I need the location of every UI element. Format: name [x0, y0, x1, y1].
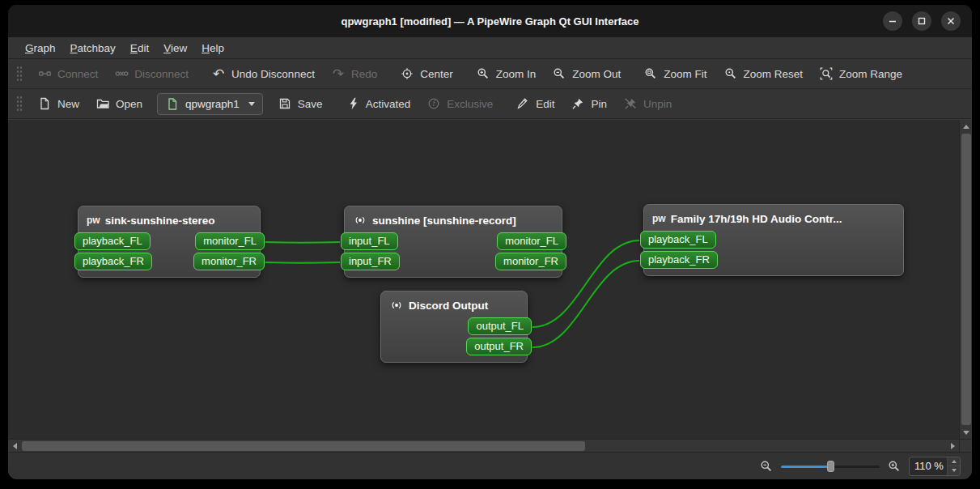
menu-bar: Graph Patchbay Edit View Help	[8, 37, 972, 59]
port-row: output_FR	[381, 338, 527, 355]
open-label: Open	[116, 98, 142, 110]
new-label: New	[57, 98, 79, 110]
zoom-out-label: Zoom Out	[572, 68, 621, 80]
vertical-scrollbar[interactable]	[959, 120, 972, 439]
graph-toolbar: Connect Disconnect ↶ Undo Disconnect ↷ R…	[8, 59, 972, 89]
zoom-out-button[interactable]: Zoom Out	[544, 62, 629, 86]
chevron-down-icon	[248, 102, 255, 106]
scroll-up-button[interactable]	[960, 120, 973, 133]
horizontal-scrollbar[interactable]	[8, 439, 959, 452]
scroll-left-button[interactable]	[8, 440, 21, 453]
node-discord-output[interactable]: Discord Output output_FL output_FR	[380, 291, 528, 363]
zoom-increment-button[interactable]	[948, 457, 960, 466]
port-row: input_FR monitor_FR	[345, 253, 562, 270]
zoom-slider[interactable]	[781, 460, 880, 473]
zoom-spinbox	[909, 457, 961, 476]
minimize-button[interactable]	[883, 11, 902, 31]
port[interactable]: output_FR	[466, 338, 532, 355]
port[interactable]: playback_FL	[640, 231, 716, 249]
horizontal-scroll-track[interactable]	[21, 440, 946, 452]
scroll-right-button[interactable]	[946, 440, 959, 453]
edit-button[interactable]: Edit	[507, 92, 562, 116]
port[interactable]: playback_FR	[74, 253, 152, 270]
zoom-decrement-button[interactable]	[948, 466, 960, 475]
redo-button[interactable]: ↷ Redo	[323, 62, 385, 86]
scrollbar-corner	[959, 439, 972, 452]
arrow-up-icon	[963, 125, 969, 129]
arrow-right-icon	[951, 443, 955, 449]
connect-button[interactable]: Connect	[29, 62, 106, 86]
disconnect-button[interactable]: Disconnect	[106, 62, 197, 86]
edit-pencil-icon	[515, 96, 530, 111]
menu-graph[interactable]: Graph	[18, 39, 63, 57]
activated-lightning-icon	[346, 96, 360, 111]
zoom-in-button[interactable]: Zoom In	[468, 62, 545, 86]
scroll-down-button[interactable]	[960, 426, 973, 439]
port[interactable]: monitor_FR	[495, 253, 566, 270]
maximize-button[interactable]	[912, 11, 931, 31]
toolbar-drag-handle[interactable]	[16, 66, 23, 82]
new-button[interactable]: New	[29, 92, 87, 116]
connections-layer	[8, 120, 959, 439]
port[interactable]: monitor_FL	[497, 232, 566, 250]
activated-button[interactable]: Activated	[337, 92, 419, 116]
node-family-audio-controller[interactable]: pw Family 17h/19h HD Audio Contr... play…	[643, 204, 904, 276]
undo-button[interactable]: ↶ Undo Disconnect	[203, 62, 323, 86]
port[interactable]: input_FR	[341, 253, 400, 270]
window-title: qpwgraph1 [modified] — A PipeWire Graph …	[341, 15, 638, 28]
cable[interactable]	[265, 262, 340, 263]
new-file-icon	[37, 96, 52, 111]
zoom-fit-button[interactable]: Zoom Fit	[635, 62, 715, 86]
close-button[interactable]	[941, 11, 961, 31]
port[interactable]: monitor_FL	[195, 232, 265, 250]
unpin-button[interactable]: Unpin	[615, 92, 680, 116]
port[interactable]: playback_FL	[74, 232, 151, 250]
window-controls	[883, 11, 961, 31]
zoom-slider-fill	[781, 466, 830, 468]
node-title: Family 17h/19h HD Audio Contr...	[671, 213, 842, 225]
toolbar-drag-handle[interactable]	[16, 96, 23, 112]
zoom-reset-button[interactable]: Zoom Reset	[715, 62, 812, 86]
graph-canvas[interactable]: pw sink-sunshine-stereo playback_FL moni…	[8, 120, 959, 439]
arrow-left-icon	[13, 443, 17, 449]
port[interactable]: playback_FR	[640, 251, 718, 269]
horizontal-scroll-thumb[interactable]	[22, 441, 585, 451]
zoom-in-icon	[476, 66, 490, 81]
zoom-value-input[interactable]	[910, 457, 947, 475]
patchbay-select[interactable]: qpwgraph1	[157, 93, 263, 115]
connect-icon	[37, 66, 52, 81]
open-folder-icon	[95, 96, 110, 111]
zoom-range-icon	[819, 66, 834, 81]
vertical-scroll-track[interactable]	[960, 133, 972, 426]
svg-text:f: f	[433, 100, 436, 108]
node-title-bar: pw Family 17h/19h HD Audio Contr...	[644, 210, 903, 231]
save-icon	[278, 96, 292, 111]
title-bar[interactable]: qpwgraph1 [modified] — A PipeWire Graph …	[8, 5, 972, 37]
vertical-scroll-thumb[interactable]	[961, 134, 971, 425]
pin-label: Pin	[591, 98, 607, 110]
pin-button[interactable]: Pin	[562, 92, 615, 116]
node-title: sunshine [sunshine-record]	[372, 215, 516, 227]
zoom-in-label: Zoom In	[496, 68, 537, 80]
patchbay-select-value: qpwgraph1	[185, 98, 240, 110]
menu-view[interactable]: View	[156, 39, 194, 57]
node-sunshine[interactable]: sunshine [sunshine-record] input_FL moni…	[344, 206, 562, 278]
port[interactable]: output_FL	[468, 317, 532, 335]
unpin-label: Unpin	[643, 98, 672, 110]
menu-edit[interactable]: Edit	[123, 39, 156, 57]
menu-patchbay[interactable]: Patchbay	[63, 39, 123, 57]
open-button[interactable]: Open	[87, 92, 151, 116]
port[interactable]: monitor_FR	[193, 253, 265, 270]
center-button[interactable]: Center	[392, 62, 461, 86]
save-label: Save	[298, 98, 323, 110]
save-button[interactable]: Save	[269, 92, 331, 116]
node-sink-sunshine-stereo[interactable]: pw sink-sunshine-stereo playback_FL moni…	[78, 206, 261, 278]
menu-help[interactable]: Help	[194, 39, 231, 57]
zoom-slider-handle[interactable]	[827, 461, 834, 472]
audio-app-icon	[389, 298, 404, 313]
port[interactable]: input_FL	[341, 232, 398, 250]
exclusive-button[interactable]: f Exclusive	[418, 92, 501, 116]
cable[interactable]	[265, 242, 340, 243]
pipewire-icon: pw	[87, 215, 100, 226]
zoom-range-button[interactable]: Zoom Range	[811, 62, 910, 86]
